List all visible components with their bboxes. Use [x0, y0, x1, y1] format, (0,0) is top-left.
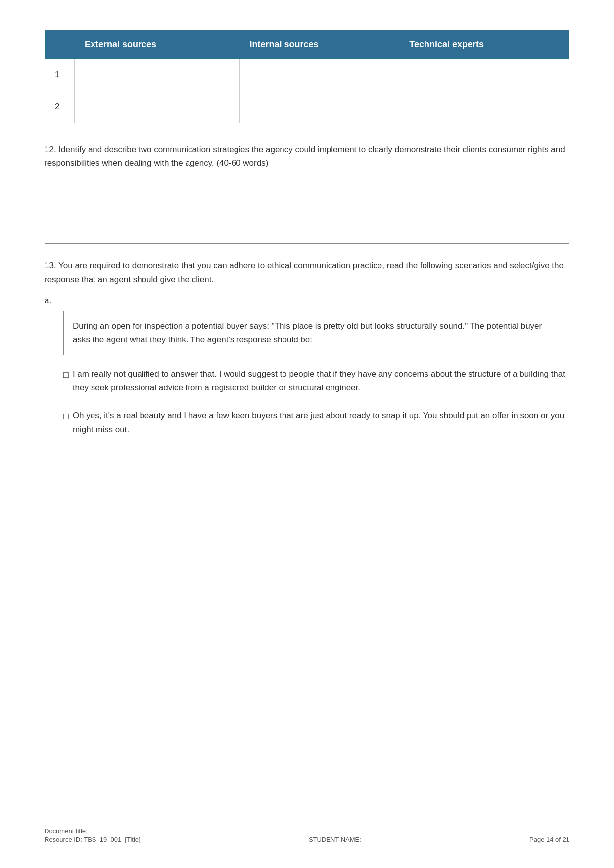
q13a-label: a. — [45, 296, 569, 306]
q13a-option1-text: I am really not qualified to answer that… — [73, 367, 569, 395]
table-section: External sources Internal sources Techni… — [45, 30, 569, 123]
table-row: 2 — [45, 91, 569, 123]
table-row: 1 — [45, 59, 569, 91]
q13a-option2-text: Oh yes, it's a real beauty and I have a … — [73, 409, 569, 436]
table-header-external: External sources — [75, 30, 240, 59]
table-cell-external-2 — [75, 91, 240, 123]
q13-body: You are required to demonstrate that you… — [45, 261, 564, 284]
table-cell-internal-2 — [239, 91, 399, 123]
footer-student-name: STUDENT NAME: — [309, 836, 361, 843]
table-header-technical: Technical experts — [399, 30, 569, 59]
q13-number: 13. — [45, 261, 56, 270]
footer: Document title: Resource ID: TBS_19_001_… — [45, 827, 569, 843]
page: External sources Internal sources Techni… — [0, 0, 614, 868]
table-cell-technical-2 — [399, 91, 569, 123]
table-cell-num-1: 1 — [45, 59, 75, 91]
question-13-section: 13. You are required to demonstrate that… — [45, 259, 569, 436]
sources-table: External sources Internal sources Techni… — [45, 30, 569, 123]
footer-doc-title: Document title: — [45, 827, 141, 835]
q12-number: 12. — [45, 145, 56, 154]
footer-page-info: Page 14 of 21 — [529, 836, 569, 843]
footer-center: STUDENT NAME: — [309, 836, 361, 843]
table-cell-internal-1 — [239, 59, 399, 91]
q13a-content: During an open for inspection a potentia… — [45, 311, 569, 436]
q12-text: 12. Identify and describe two communicat… — [45, 143, 569, 170]
table-cell-external-1 — [75, 59, 240, 91]
q12-body: Identify and describe two communication … — [45, 145, 565, 168]
table-header-internal: Internal sources — [239, 30, 399, 59]
q13a-option1[interactable]: □ I am really not qualified to answer th… — [63, 367, 569, 395]
table-header-num — [45, 30, 75, 59]
q13a-scenario: During an open for inspection a potentia… — [63, 311, 569, 355]
footer-resource-id: Resource ID: TBS_19_001_[Title] — [45, 836, 141, 843]
q12-answer-box[interactable] — [45, 180, 569, 244]
q13a-option2[interactable]: □ Oh yes, it's a real beauty and I have … — [63, 409, 569, 436]
table-cell-technical-1 — [399, 59, 569, 91]
q13-text: 13. You are required to demonstrate that… — [45, 259, 569, 286]
checkbox-icon-1: □ — [63, 368, 69, 383]
question-12-section: 12. Identify and describe two communicat… — [45, 143, 569, 244]
footer-left: Document title: Resource ID: TBS_19_001_… — [45, 827, 141, 843]
checkbox-icon-2: □ — [63, 409, 69, 424]
table-cell-num-2: 2 — [45, 91, 75, 123]
